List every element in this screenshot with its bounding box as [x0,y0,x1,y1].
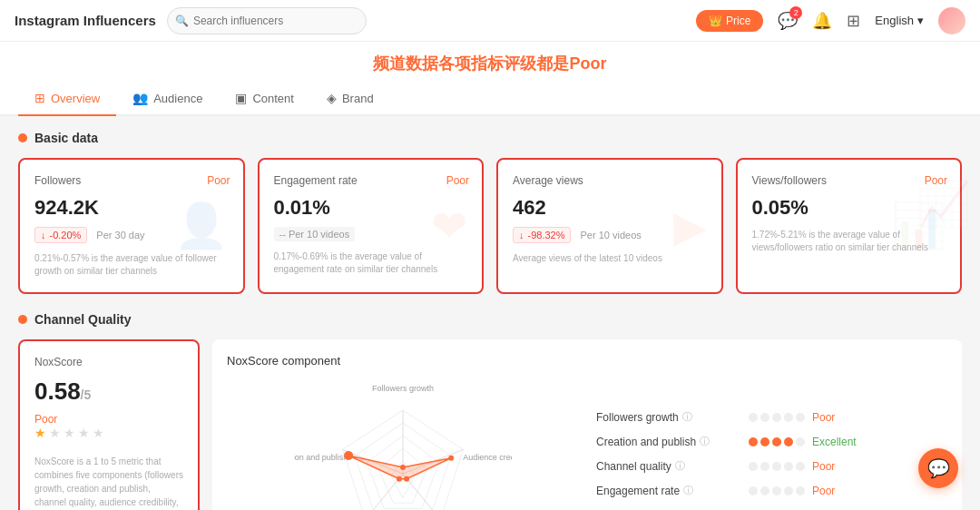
followers-quality: Poor [207,174,230,187]
overview-tab-icon: ⊞ [34,91,45,105]
channel-section-dot [18,315,27,324]
content-wrapper: 频道数据各项指标评级都是Poor ⊞ Overview 👥 Audience ▣… [0,42,980,510]
followers-watermark: 👤 [174,201,229,251]
message-icon-wrap[interactable]: 💬 2 [778,11,798,31]
tab-content[interactable]: ▣ Content [219,82,310,116]
creation-publish-label: Excellent [812,436,876,448]
followers-change: ↓ -0.20% [34,227,87,243]
banner-title: 频道数据各项指标评级都是Poor [373,54,606,73]
followers-card-title: Followers [34,174,229,187]
chart-metrics-panel: NoxScore component Followers growth Audi… [212,339,962,510]
tab-brand[interactable]: ◈ Brand [310,82,390,116]
brand-tab-icon: ◈ [327,91,337,105]
followers-sub: 0.21%-0.57% is the average value of foll… [34,252,229,278]
dot-2 [760,437,769,446]
dot-3 [772,413,781,422]
followers-period: Per 30 day [96,230,144,240]
search-wrap: 🔍 [167,7,367,34]
price-label: Price [726,15,750,27]
nox-sub: NoxScore is a 1 to 5 metric that combine… [34,455,183,510]
dot-3 [772,486,781,495]
followers-card: Followers Poor 924.2K ↓ -0.20% Per 30 da… [18,158,245,294]
radar-svg: Followers growth Audience credibility En… [294,378,512,510]
audience-tab-icon: 👥 [132,91,148,105]
metric-name-channel-quality: Channel quality ⓘ [596,459,741,473]
message-badge: 2 [789,6,802,19]
radar-container: Followers growth Audience credibility En… [227,378,578,510]
search-input[interactable] [167,7,367,34]
creation-publish-dots [749,437,805,446]
followers-change-value: -0.20% [50,230,82,240]
channel-quality-label: Channel Quality [34,312,132,327]
metric-name-followers-growth: Followers growth ⓘ [596,410,741,424]
user-avatar[interactable] [938,7,965,34]
dot-1 [749,486,758,495]
svg-point-20 [344,451,353,460]
language-label: English [875,14,914,27]
metric-row-creation-publish: Creation and publish ⓘ Excellent [596,435,947,448]
tabs-bar: ⊞ Overview 👥 Audience ▣ Content ◈ Brand [0,82,980,116]
price-button[interactable]: 👑 Price [696,10,763,32]
metric-row-followers-growth: Followers growth ⓘ Poor [596,410,947,424]
tab-audience-label: Audience [153,92,202,105]
svg-text:Audience credibility: Audience credibility [463,453,512,462]
radar-title: NoxScore component [227,354,578,368]
engagement-card: Engagement rate Poor 0.01% -- Per 10 vid… [258,158,485,294]
svg-point-18 [404,476,409,482]
star-2: ★ [49,426,61,440]
engagement-sub: 0.17%-0.69% is the average value of enga… [274,250,468,276]
dot-5 [796,462,805,471]
dot-4 [784,486,793,495]
dot-5 [796,437,805,446]
tab-overview[interactable]: ⊞ Overview [18,82,116,116]
followers-growth-label: Poor [812,411,876,424]
basic-data-header: Basic data [18,131,962,145]
tab-overview-label: Overview [51,92,100,105]
language-selector[interactable]: English ▾ [875,14,924,27]
star-1: ★ [34,426,46,440]
metric-name-engagement: Engagement rate ⓘ [596,484,741,497]
svg-point-16 [400,465,406,470]
chat-icon: 💬 [927,457,950,479]
channel-quality-dots [749,462,805,471]
channel-quality-header: Channel Quality [18,312,962,327]
avg-views-period: Per 10 videos [580,230,641,240]
engagement-change: -- Per 10 videos [274,227,356,241]
channel-quality-info-icon[interactable]: ⓘ [675,459,685,473]
nox-score-title: NoxScore [34,356,183,368]
tab-content-label: Content [252,92,294,105]
chat-button[interactable]: 💬 [918,448,958,488]
dot-4 [784,413,793,422]
page-banner: 频道数据各项指标评级都是Poor [0,42,980,82]
dot-4 [784,437,793,446]
avg-views-sub: Average views of the latest 10 videos [513,252,707,265]
avg-views-change-value: -98.32% [528,230,565,240]
nox-watermark: 📈 [916,179,971,230]
basic-data-label: Basic data [34,131,98,145]
bell-icon: 🔔 [812,12,832,30]
radar-chart-area: NoxScore component Followers growth Audi… [227,354,578,510]
grid-icon-wrap[interactable]: ⊞ [847,11,860,31]
followers-growth-info-icon[interactable]: ⓘ [682,410,692,424]
metric-name-creation-publish: Creation and publish ⓘ [596,435,741,448]
star-5: ★ [93,426,104,440]
star-3: ★ [64,426,75,440]
nox-quality: Poor [34,413,183,426]
nox-score-value: 0.58/5 [34,378,183,406]
engagement-info-icon[interactable]: ⓘ [683,484,693,497]
creation-publish-info-icon[interactable]: ⓘ [700,435,710,448]
notification-icon-wrap[interactable]: 🔔 [812,11,832,31]
svg-point-17 [448,456,454,461]
channel-quality-label: Poor [812,460,876,473]
metrics-list: Followers growth ⓘ Poor [596,354,947,510]
dot-1 [749,462,758,471]
dot-5 [796,486,805,495]
nox-score-suffix: /5 [81,387,92,402]
star-4: ★ [78,426,90,440]
dot-2 [760,413,769,422]
followers-growth-dots [749,413,805,422]
tab-audience[interactable]: 👥 Audience [116,82,219,116]
down-arrow-icon: ↓ [41,230,46,240]
engagement-quality: Poor [446,174,469,187]
main-content: Basic data Followers Poor 924.2K ↓ -0.20… [0,116,980,510]
